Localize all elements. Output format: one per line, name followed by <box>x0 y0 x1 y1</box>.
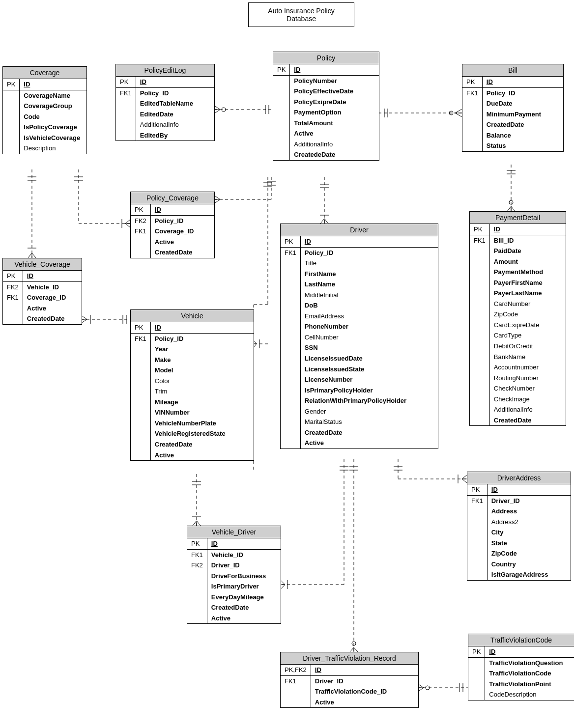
key-cell: PK <box>467 484 487 496</box>
entity-bill: BillPKFK1 IDPolicy_IDDueDateMinimumPayme… <box>462 64 564 152</box>
attr-cell: PolicyNumber <box>290 76 379 86</box>
key-cell <box>273 149 289 160</box>
key-cell: FK1 <box>467 496 487 506</box>
key-cell <box>281 290 300 301</box>
attr-cell: DebitOrCredit <box>490 341 566 352</box>
attr-cell: MiddleInitial <box>301 290 438 301</box>
key-cell: FK2 <box>3 282 23 293</box>
key-cell <box>131 386 150 397</box>
svg-point-1 <box>222 108 226 112</box>
entity-policyeditlog: PolicyEditLogPKFK1 IDPolicy_IDEditedTabl… <box>115 64 215 141</box>
attr-cell: Driver_ID <box>207 560 281 571</box>
attr-cell: ZipCode <box>488 548 571 559</box>
attr-cell: FirstName <box>301 269 438 280</box>
key-cell <box>3 313 23 324</box>
key-cell <box>467 559 487 570</box>
entity-title: Policy <box>273 52 379 64</box>
attr-cell: ID <box>207 538 281 550</box>
attr-cell: Trim <box>151 386 254 397</box>
attr-cell: Country <box>488 559 571 570</box>
key-cell <box>281 258 300 269</box>
key-cell <box>131 247 150 258</box>
attr-cell: Coverage_ID <box>151 226 214 237</box>
attr-cell: PolicyEffectiveDate <box>290 86 379 97</box>
attr-cell: Address <box>488 506 571 517</box>
key-cell <box>467 548 487 559</box>
key-cell: FK2 <box>187 560 207 571</box>
attr-cell: Active <box>290 128 379 139</box>
key-cell: FK1 <box>187 550 207 560</box>
key-cell <box>281 686 311 697</box>
entity-title: Bill <box>462 64 563 77</box>
entity-vehicle_driver: Vehicle_DriverPKFK1FK2 IDVehicle_IDDrive… <box>187 526 281 624</box>
key-cell <box>187 581 207 592</box>
attr-cell: RoutingNumber <box>490 373 566 384</box>
key-cell: PK <box>273 64 289 76</box>
attr-cell: EmailAddress <box>301 311 438 322</box>
key-cell <box>281 374 300 385</box>
attr-cell: Accountnumber <box>490 362 566 373</box>
attr-cell: Bill_ID <box>490 235 566 246</box>
key-cell <box>3 303 23 314</box>
attr-cell: IsItGarageAddress <box>488 569 571 580</box>
key-cell <box>281 697 311 708</box>
key-cell <box>281 300 300 311</box>
key-cell <box>281 427 300 438</box>
key-cell: FK1 <box>131 226 150 237</box>
attr-cell: ID <box>151 204 214 216</box>
attr-cell: Balance <box>483 130 563 141</box>
key-cell <box>281 342 300 353</box>
attr-cell: IsPrimaryPolicyHolder <box>301 385 438 396</box>
key-cell <box>273 128 289 139</box>
key-cell: PK <box>116 77 136 88</box>
attr-cell: Active <box>301 438 438 448</box>
key-cell <box>470 341 489 352</box>
attr-cell: ID <box>485 646 574 658</box>
attr-cell: TrafficViolationCode <box>485 668 574 679</box>
entity-vehicle_coverage: Vehicle_CoveragePKFK2FK1 IDVehicle_IDCov… <box>2 258 82 325</box>
attr-cell: City <box>488 527 571 538</box>
key-cell <box>470 383 489 394</box>
attr-cell: CreatedeDate <box>290 149 379 160</box>
key-cell: PK <box>470 224 489 235</box>
attr-cell: EditedDate <box>136 109 214 120</box>
attr-cell: LicenseNumber <box>301 374 438 385</box>
key-cell <box>468 689 485 700</box>
key-cell <box>470 309 489 320</box>
attr-cell: TrafficViolationPoint <box>485 679 574 690</box>
key-cell <box>3 90 19 101</box>
attr-cell: Status <box>483 140 563 151</box>
key-cell <box>281 321 300 332</box>
key-cell <box>470 373 489 384</box>
entity-title: Driver_TrafficViolation_Record <box>281 652 418 665</box>
key-cell: FK2 <box>131 216 150 226</box>
attr-cell: Policy_ID <box>301 248 438 258</box>
key-cell <box>3 112 19 122</box>
attr-cell: PolicyExipreDate <box>290 97 379 108</box>
key-cell <box>470 394 489 405</box>
attr-cell: CreatedDate <box>207 602 281 613</box>
diagram-title: Auto Insurance PolicyDatabase <box>248 2 354 27</box>
attr-cell: PayerFirstName <box>490 278 566 288</box>
svg-point-11 <box>509 200 513 204</box>
attr-cell: ZipCode <box>490 309 566 320</box>
key-cell <box>131 365 150 376</box>
attr-cell: PaymentMethod <box>490 267 566 278</box>
key-cell <box>462 98 482 109</box>
attr-cell: EditedBy <box>136 130 214 141</box>
entity-title: DriverAddress <box>467 472 571 484</box>
attr-cell: State <box>488 538 571 549</box>
key-cell <box>187 613 207 624</box>
key-cell <box>3 101 19 112</box>
key-cell <box>131 355 150 365</box>
svg-point-59 <box>426 686 430 690</box>
entity-coverage: CoveragePK IDCoverageNameCoverageGroupCo… <box>2 66 87 154</box>
attr-cell: Make <box>151 355 254 365</box>
entity-driver_trafficviolation_record: Driver_TrafficViolation_RecordPK,FK2FK1 … <box>280 652 419 708</box>
svg-point-57 <box>352 642 356 645</box>
attr-cell: Amount <box>490 256 566 267</box>
attr-cell: ID <box>20 79 86 90</box>
attr-cell: CardType <box>490 330 566 341</box>
attr-cell: EveryDayMileage <box>207 592 281 603</box>
attr-cell: ID <box>151 322 254 334</box>
